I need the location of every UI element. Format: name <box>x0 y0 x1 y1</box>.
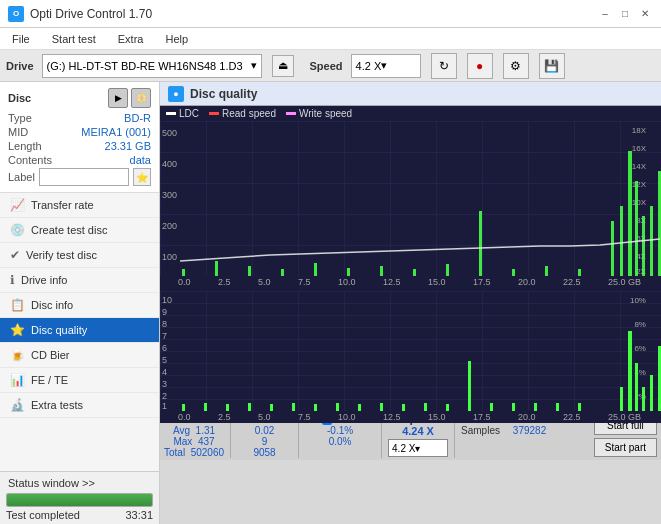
disc-label-btn[interactable]: ⭐ <box>133 168 151 186</box>
sidebar-item-verify-test-disc[interactable]: ✔ Verify test disc <box>0 243 159 268</box>
x-label-200: 20.0 <box>518 277 536 287</box>
drive-selector[interactable]: (G:) HL-DT-ST BD-RE WH16NS48 1.D3 ▾ <box>42 54 262 78</box>
svg-text:6: 6 <box>162 343 167 353</box>
bis-total-val: 9058 <box>253 447 275 458</box>
x-label-25: 2.5 <box>218 277 231 287</box>
legend-read-speed: Read speed <box>209 108 276 119</box>
status-window-button[interactable]: Status window >> <box>6 475 153 491</box>
sidebar-item-fe-te[interactable]: 📊 FE / TE <box>0 368 159 393</box>
sidebar-item-disc-quality[interactable]: ⭐ Disc quality <box>0 318 159 343</box>
save-button[interactable]: 💾 <box>539 53 565 79</box>
ldc-avg-val: 1.31 <box>196 425 215 436</box>
svg-rect-22 <box>413 269 416 276</box>
svg-rect-70 <box>620 387 623 411</box>
sidebar-item-label-verify-test-disc: Verify test disc <box>26 249 97 261</box>
app-title: Opti Drive Control 1.70 <box>30 7 152 21</box>
progress-bar-fill <box>7 494 152 506</box>
disc-label-row: Label ⭐ <box>8 168 151 186</box>
svg-rect-25 <box>512 269 515 276</box>
bx-label-0: 0.0 <box>178 412 191 422</box>
svg-rect-19 <box>314 263 317 276</box>
svg-rect-35 <box>160 291 661 411</box>
jitter-max: 0.0% <box>329 436 352 447</box>
sidebar-item-create-test-disc[interactable]: 💿 Create test disc <box>0 218 159 243</box>
svg-rect-74 <box>650 375 653 411</box>
svg-text:3: 3 <box>162 379 167 389</box>
burn-button[interactable]: ● <box>467 53 493 79</box>
svg-rect-54 <box>248 403 251 411</box>
disc-action-btn2[interactable]: 📀 <box>131 88 151 108</box>
disc-label-input[interactable] <box>39 168 129 186</box>
transfer-rate-icon: 📈 <box>10 198 25 212</box>
svg-rect-65 <box>490 403 493 411</box>
disc-type-row: Type BD-R <box>8 112 151 124</box>
sidebar-item-transfer-rate[interactable]: 📈 Transfer rate <box>0 193 159 218</box>
svg-rect-23 <box>446 264 449 276</box>
drivebar: Drive (G:) HL-DT-ST BD-RE WH16NS48 1.D3 … <box>0 50 661 82</box>
cd-bier-icon: 🍺 <box>10 348 25 362</box>
menu-start-test[interactable]: Start test <box>46 31 102 47</box>
svg-text:12X: 12X <box>632 180 647 189</box>
ldc-total-val: 502060 <box>191 447 224 458</box>
maximize-button[interactable]: □ <box>617 6 633 22</box>
svg-text:4: 4 <box>162 367 167 377</box>
sidebar-item-disc-info[interactable]: 📋 Disc info <box>0 293 159 318</box>
bis-avg-val: 0.02 <box>255 425 274 436</box>
speed-dropdown-icon: ▾ <box>381 59 387 72</box>
legend-write-speed: Write speed <box>286 108 352 119</box>
sidebar-item-cd-bier[interactable]: 🍺 CD Bier <box>0 343 159 368</box>
menu-help[interactable]: Help <box>159 31 194 47</box>
svg-rect-68 <box>556 403 559 411</box>
svg-text:8%: 8% <box>634 320 646 329</box>
svg-text:9: 9 <box>162 307 167 317</box>
x-label-75: 7.5 <box>298 277 311 287</box>
disc-icons: ▶ 📀 <box>108 88 151 108</box>
svg-text:200: 200 <box>162 221 177 231</box>
start-part-button[interactable]: Start part <box>594 438 657 457</box>
svg-rect-55 <box>270 404 273 411</box>
bx-label-75: 7.5 <box>298 412 311 422</box>
svg-text:5: 5 <box>162 355 167 365</box>
refresh-button[interactable]: ↻ <box>431 53 457 79</box>
disc-quality-icon: ⭐ <box>10 323 25 337</box>
top-chart-legend: LDC Read speed Write speed <box>160 106 661 121</box>
bottom-chart-wrapper: 10 9 8 7 6 5 4 3 2 1 10% 8% 6% 4% 2% <box>160 291 661 411</box>
minimize-button[interactable]: – <box>597 6 613 22</box>
read-speed-legend-label: Read speed <box>222 108 276 119</box>
main-area: Disc ▶ 📀 Type BD-R MID MEIRA1 (001) Leng… <box>0 82 661 524</box>
svg-rect-64 <box>468 361 471 411</box>
samples-val: 379282 <box>513 425 546 436</box>
svg-rect-67 <box>534 403 537 411</box>
menu-extra[interactable]: Extra <box>112 31 150 47</box>
speed-stat-dropdown[interactable]: 4.2 X ▾ <box>388 439 448 457</box>
create-test-disc-icon: 💿 <box>10 223 25 237</box>
status-area: Status window >> Test completed 33:31 <box>0 471 159 524</box>
drive-eject-button[interactable]: ⏏ <box>272 55 294 77</box>
svg-text:10%: 10% <box>630 296 646 305</box>
read-speed-legend-color <box>209 112 219 115</box>
menu-file[interactable]: File <box>6 31 36 47</box>
x-label-125: 12.5 <box>383 277 401 287</box>
svg-rect-71 <box>628 331 632 411</box>
sidebar-item-label-fe-te: FE / TE <box>31 374 68 386</box>
svg-text:400: 400 <box>162 159 177 169</box>
samples-key: Samples <box>461 425 500 436</box>
progress-bar <box>6 493 153 507</box>
bis-avg: 0.02 <box>255 425 274 436</box>
svg-text:14X: 14X <box>632 162 647 171</box>
svg-rect-61 <box>402 404 405 411</box>
sidebar-item-extra-tests[interactable]: 🔬 Extra tests <box>0 393 159 418</box>
sidebar-item-label-drive-info: Drive info <box>21 274 67 286</box>
disc-action-btn1[interactable]: ▶ <box>108 88 128 108</box>
jitter-avg-val: -0.1% <box>327 425 353 436</box>
svg-rect-27 <box>578 269 581 276</box>
speed-selector[interactable]: 4.2 X ▾ <box>351 54 421 78</box>
speed-dropdown-arrow: ▾ <box>415 443 420 454</box>
svg-rect-63 <box>446 404 449 411</box>
sidebar-item-drive-info[interactable]: ℹ Drive info <box>0 268 159 293</box>
svg-rect-33 <box>650 206 653 276</box>
settings-button[interactable]: ⚙ <box>503 53 529 79</box>
bottom-chart-svg: 10 9 8 7 6 5 4 3 2 1 10% 8% 6% 4% 2% <box>160 291 661 411</box>
close-button[interactable]: ✕ <box>637 6 653 22</box>
disc-length-key: Length <box>8 140 42 152</box>
